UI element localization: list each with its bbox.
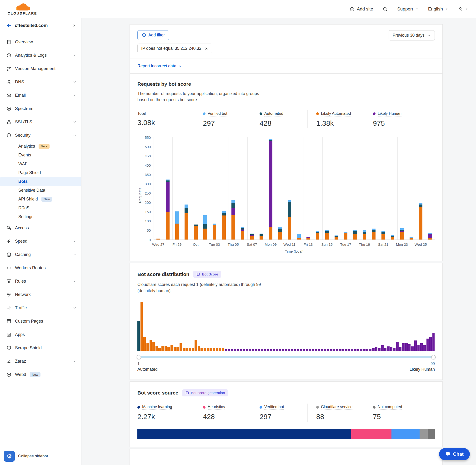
sidebar-item-network[interactable]: Network: [0, 288, 81, 301]
slider-track[interactable]: [138, 356, 435, 358]
sidebar-item-analytics-logs[interactable]: Analytics & Logs: [0, 49, 81, 62]
collapse-sidebar-button[interactable]: Collapse sidebar: [18, 454, 48, 459]
legend-dot-cloudflare-service: [316, 406, 319, 409]
bar-segment-automated: [419, 204, 423, 208]
stat-label-text: Total: [138, 111, 146, 116]
sidebar-item-dns[interactable]: DNS: [0, 75, 81, 89]
sidebar-item-ddos[interactable]: DDoS: [0, 204, 81, 212]
add-filter-button[interactable]: Add filter: [138, 30, 169, 40]
hist-bar-score-27: [216, 348, 218, 351]
bot-score-generation-badge[interactable]: Bot score generation: [182, 389, 228, 396]
stat-label-text: Heuristics: [208, 404, 225, 410]
slider-handle-min[interactable]: [137, 355, 141, 359]
bar-slot: [313, 137, 322, 240]
stat-likely-automated: Likely Automated1.38k: [307, 110, 364, 128]
sidebar-item-settings[interactable]: Settings: [0, 212, 81, 221]
score-range-slider[interactable]: [138, 355, 435, 359]
sidebar-item-rules[interactable]: Rules: [0, 275, 81, 288]
bar-segment-likely-automated: [381, 234, 385, 240]
search-button[interactable]: [383, 7, 388, 12]
sidebar-item-custom-pages[interactable]: Custom Pages: [0, 315, 81, 328]
stat-label: Automated: [260, 111, 297, 116]
bar-slot: [229, 137, 238, 240]
slider-handle-max[interactable]: [431, 355, 435, 359]
sidebar-item-email[interactable]: Email: [0, 89, 81, 102]
stat-label: Verified bot: [203, 111, 240, 116]
brand-name: CLOUDFLARE: [8, 11, 37, 15]
close-icon[interactable]: [205, 47, 208, 51]
chevron-down-icon: [73, 280, 76, 283]
sidebar-item-bots[interactable]: Bots: [0, 177, 81, 186]
chart-bar: [363, 230, 366, 240]
hist-bar-score-44: [267, 349, 269, 351]
sidebar-item-speed[interactable]: Speed: [0, 234, 81, 248]
bar-segment-automated: [372, 230, 376, 232]
x-tick-label: Mon 23: [393, 242, 412, 246]
language-menu[interactable]: English: [428, 6, 448, 12]
chart-bar: [213, 223, 216, 239]
sidebar-item-scrape-shield[interactable]: Scrape Shield: [0, 341, 81, 355]
sidebar-item-traffic[interactable]: Traffic: [0, 301, 81, 315]
back-icon[interactable]: [6, 23, 11, 28]
stat-label-text: Verified bot: [264, 404, 284, 410]
sidebar-item-analytics[interactable]: AnalyticsBeta: [0, 142, 81, 151]
filter-chip[interactable]: IP does not equal 35.212.240.32: [138, 43, 212, 53]
report-incorrect-data-link[interactable]: Report incorrect data: [138, 63, 176, 69]
x-tick-label: Thu 19: [355, 242, 374, 246]
bar-segment-likely-human: [232, 208, 235, 215]
sidebar-item-web3[interactable]: Web3New: [0, 368, 81, 381]
access-icon: [6, 225, 11, 231]
bar-segment-likely-automated: [157, 239, 160, 240]
sidebar-item-label: Caching: [15, 252, 31, 257]
bar-segment-verified-bot: [185, 204, 188, 208]
sidebar-item-apps[interactable]: Apps: [0, 328, 81, 341]
chevron-right-icon[interactable]: [72, 24, 76, 27]
sidebar-item-version-management[interactable]: Version Management: [0, 62, 81, 75]
sidebar-item-sensitive-data[interactable]: Sensitive Data: [0, 186, 81, 195]
filter-bar: Add filter IP does not equal 35.212.240.…: [130, 24, 443, 59]
hist-bar-score-31: [228, 349, 230, 351]
bar-segment-likely-automated: [428, 238, 432, 239]
cloudflare-logo[interactable]: CLOUDFLARE: [8, 3, 37, 15]
hist-bar-score-5: [149, 340, 152, 351]
chart-bar: [381, 231, 385, 240]
sidebar-item-spectrum[interactable]: Spectrum: [0, 102, 81, 115]
bar-segment-verified-bot: [363, 230, 366, 232]
sidebar-item-label: Events: [18, 153, 31, 158]
sidebar-item-security[interactable]: Security: [0, 128, 81, 142]
add-site-button[interactable]: Add site: [349, 6, 373, 12]
y-tick-label: 500: [145, 145, 151, 149]
hist-bar-score-85: [390, 347, 393, 351]
sidebar-item-label: Bots: [18, 179, 28, 184]
sidebar-item-waf[interactable]: WAF: [0, 159, 81, 168]
bar-segment-likely-automated: [372, 232, 376, 240]
sidebar-item-workers-routes[interactable]: Workers Routes: [0, 261, 81, 275]
add-site-icon: [349, 7, 355, 12]
sidebar-item-api-shield[interactable]: API ShieldNew: [0, 195, 81, 204]
bar-segment-automated: [288, 202, 291, 217]
report-row: Report incorrect data: [130, 59, 443, 74]
bot-score-badge[interactable]: Bot Score: [193, 271, 221, 278]
requests-stats: Total3.08kVerified bot297Automated428Lik…: [138, 110, 435, 128]
hist-bar-score-78: [369, 349, 371, 351]
sidebar-item-overview[interactable]: Overview: [0, 35, 81, 49]
date-range-selector[interactable]: Previous 30 days: [389, 30, 435, 41]
account-menu[interactable]: [458, 7, 468, 12]
sidebar: cftestsite3.com OverviewAnalytics & Logs…: [0, 18, 81, 465]
sidebar-item-zaraz[interactable]: Zaraz: [0, 355, 81, 368]
hist-bar-score-84: [387, 346, 390, 351]
sidebar-item-caching[interactable]: Caching: [0, 248, 81, 261]
support-menu[interactable]: Support: [397, 6, 419, 12]
chart-bar: [241, 227, 244, 240]
legend-dot-verified-bot: [203, 112, 205, 115]
histogram: [138, 302, 435, 351]
source-segment-machine-learning: [138, 429, 351, 439]
sidebar-item-ssl-tls[interactable]: SSL/TLS: [0, 115, 81, 128]
chart-bar: [372, 229, 376, 239]
sidebar-item-events[interactable]: Events: [0, 151, 81, 159]
quick-settings-button[interactable]: ⚙: [4, 451, 15, 462]
sidebar-item-page-shield[interactable]: Page Shield: [0, 168, 81, 177]
hist-bar-score-13: [174, 347, 176, 351]
chat-button[interactable]: Chat: [439, 448, 470, 460]
sidebar-item-access[interactable]: Access: [0, 221, 81, 234]
